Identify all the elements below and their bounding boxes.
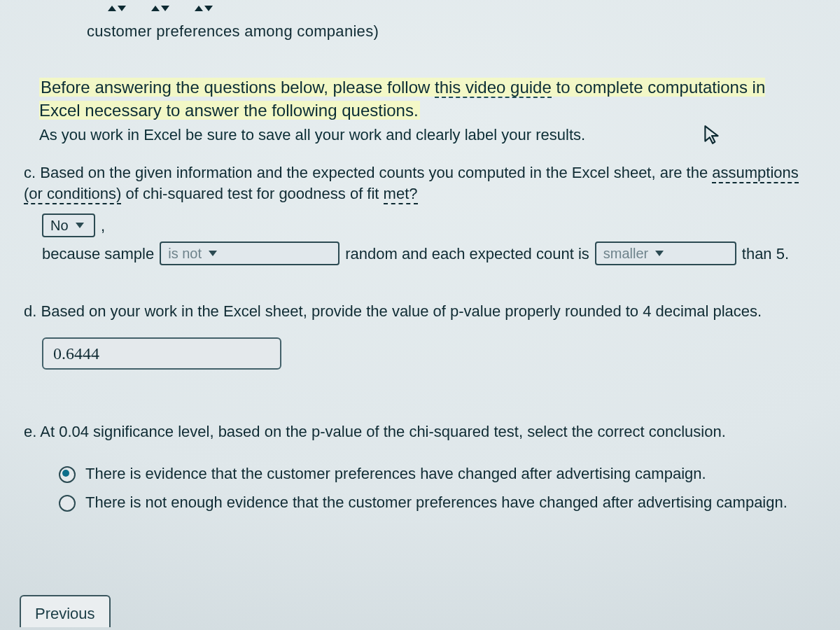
question-c-text: Based on the given information and the e… [40, 164, 712, 181]
mid-text: random and each expected count is [345, 244, 589, 265]
conclusion-option-2[interactable]: There is not enough evidence that the cu… [59, 492, 794, 513]
comma-text: , [101, 216, 105, 237]
video-guide-link[interactable]: this video guide [435, 78, 552, 98]
instruction-subline: As you work in Excel be sure to save all… [39, 125, 811, 146]
caret-down-icon [118, 6, 126, 11]
radio-icon [59, 466, 76, 483]
scroll-indicator-row [108, 6, 714, 14]
question-e: e. At 0.04 significance level, based on … [24, 421, 811, 522]
context-text-fragment: customer preferences among companies) [87, 21, 379, 42]
select-count-compare[interactable]: smaller [595, 241, 736, 265]
instructions-block: Before answering the questions below, pl… [39, 76, 811, 146]
met-link[interactable]: met? [384, 185, 418, 204]
option-text: There is not enough evidence that the cu… [85, 492, 788, 513]
mouse-cursor-icon [703, 125, 721, 146]
select-sample-random[interactable]: is not [160, 241, 340, 265]
chevron-down-icon [76, 223, 84, 228]
caret-up-icon [151, 6, 160, 11]
highlighted-instructions: Before answering the questions below, pl… [39, 78, 765, 120]
question-d-label: d. [24, 302, 36, 320]
select-value: No [50, 216, 69, 235]
question-c: c. Based on the given information and th… [24, 162, 811, 265]
select-placeholder: smaller [603, 244, 648, 263]
question-c-label: c. [24, 164, 36, 181]
chevron-down-icon [655, 251, 664, 256]
conclusion-option-1[interactable]: There is evidence that the customer pref… [59, 463, 794, 484]
caret-up-icon [195, 6, 203, 11]
question-c-text: of chi-squared test for goodness of fit [121, 185, 383, 202]
end-text: than 5. [742, 244, 789, 265]
caret-down-icon [204, 6, 213, 11]
question-d-text: Based on your work in the Excel sheet, p… [41, 302, 762, 320]
select-yes-no[interactable]: No [42, 214, 95, 237]
caret-up-icon [108, 6, 116, 11]
question-e-text: At 0.04 significance level, based on the… [40, 423, 726, 440]
caret-down-icon [161, 6, 169, 11]
because-text: because sample [42, 244, 154, 265]
option-text: There is evidence that the customer pref… [85, 463, 706, 484]
p-value-input[interactable]: 0.6444 [42, 337, 281, 370]
radio-icon [59, 495, 76, 512]
instruction-text: Before answering the questions below, pl… [41, 78, 435, 97]
chevron-down-icon [209, 251, 217, 256]
select-placeholder: is not [168, 244, 202, 263]
question-e-label: e. [24, 423, 36, 440]
question-d: d. Based on your work in the Excel sheet… [24, 301, 811, 370]
previous-button[interactable]: Previous [20, 595, 111, 627]
